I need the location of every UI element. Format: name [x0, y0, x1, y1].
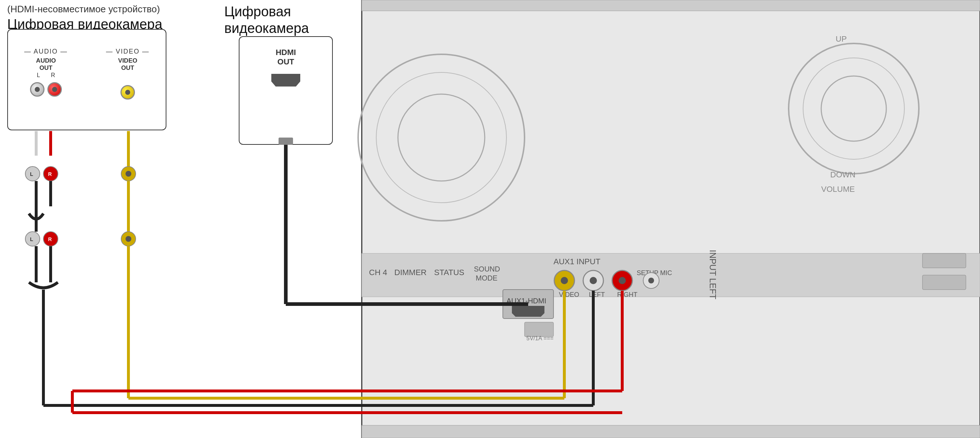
svg-point-29 — [643, 272, 659, 288]
video-bar-label: — VIDEO — — [97, 48, 158, 56]
audio-out-label: AUDIOOUT — [15, 57, 77, 72]
svg-rect-1 — [362, 0, 980, 11]
svg-point-26 — [619, 277, 626, 284]
audio-section: — AUDIO — AUDIOOUT L R — [15, 48, 77, 97]
rca-yellow-connector — [121, 85, 135, 100]
r-label: R — [51, 72, 55, 78]
svg-text:UP: UP — [836, 34, 847, 43]
l-label: L — [37, 72, 40, 78]
svg-point-5 — [398, 94, 485, 181]
svg-marker-33 — [512, 306, 544, 317]
svg-rect-34 — [525, 322, 554, 337]
svg-point-39 — [25, 167, 40, 181]
device2-box: HDMIOUT — [239, 36, 333, 145]
svg-text:INPUT LEFT: INPUT LEFT — [708, 250, 718, 299]
svg-rect-72 — [923, 253, 966, 268]
svg-text:AUX1 INPUT: AUX1 INPUT — [554, 257, 601, 266]
svg-point-4 — [376, 72, 506, 203]
hdmi-out-label: HDMIOUT — [276, 48, 296, 67]
audio-connectors — [15, 82, 77, 97]
svg-point-22 — [583, 271, 603, 291]
svg-text:SETUP MIC: SETUP MIC — [637, 269, 672, 277]
diagram: (HDMI-несовместимое устройство) Цифровая… — [0, 0, 980, 438]
device1-box: — AUDIO — AUDIOOUT L R — VIDEO — VIDEOOU… — [7, 29, 166, 130]
svg-text:L: L — [30, 236, 33, 242]
svg-point-23 — [590, 277, 597, 284]
svg-text:CH 4: CH 4 — [369, 268, 387, 277]
svg-text:L: L — [30, 171, 33, 177]
svg-text:LEFT: LEFT — [589, 291, 605, 298]
svg-rect-73 — [923, 275, 966, 290]
svg-point-59 — [121, 232, 136, 246]
video-connectors — [97, 85, 158, 100]
svg-point-19 — [554, 271, 574, 291]
svg-rect-31 — [503, 290, 554, 319]
svg-text:DOWN: DOWN — [830, 170, 856, 179]
svg-point-30 — [648, 278, 654, 284]
svg-point-48 — [43, 232, 58, 246]
audio-bar-label: — AUDIO — — [15, 48, 77, 56]
svg-text:R: R — [48, 171, 52, 177]
svg-text:RIGHT: RIGHT — [617, 291, 637, 298]
device1-subtitle: (HDMI-несовместимое устройство) — [7, 4, 160, 15]
device2-title: Цифроваявидеокамера — [224, 4, 309, 37]
hdmi-port-icon — [271, 74, 300, 86]
svg-rect-12 — [362, 253, 980, 297]
svg-point-56 — [121, 167, 136, 181]
svg-point-25 — [612, 271, 632, 291]
svg-text:SOUND: SOUND — [474, 265, 500, 273]
svg-text:VOLUME: VOLUME — [821, 185, 855, 194]
svg-text:R: R — [48, 236, 52, 242]
rca-red-inner — [52, 87, 57, 92]
svg-text:MODE: MODE — [476, 274, 497, 282]
svg-point-60 — [126, 236, 131, 242]
video-out-label: VIDEOOUT — [97, 57, 158, 72]
rca-white-connector — [30, 82, 45, 97]
svg-point-8 — [821, 76, 886, 141]
svg-point-41 — [43, 167, 58, 181]
svg-rect-0 — [362, 0, 980, 438]
svg-text:AUX1-HDMI: AUX1-HDMI — [506, 297, 546, 305]
rca-red-connector — [48, 82, 62, 97]
svg-text:VIDEO: VIDEO — [559, 291, 579, 298]
svg-point-20 — [561, 277, 568, 284]
svg-text:STATUS: STATUS — [434, 268, 465, 277]
svg-rect-2 — [362, 425, 980, 438]
svg-text:DIMMER: DIMMER — [394, 268, 426, 277]
svg-point-6 — [789, 43, 919, 174]
svg-point-57 — [126, 171, 131, 177]
svg-text:5V/1A ===: 5V/1A === — [527, 335, 554, 341]
lr-labels: L R — [15, 72, 77, 78]
rca-yellow-inner — [125, 90, 130, 95]
svg-point-3 — [358, 54, 525, 221]
video-section: — VIDEO — VIDEOOUT — [97, 48, 158, 100]
svg-point-46 — [25, 232, 40, 246]
rca-white-inner — [35, 87, 40, 92]
svg-point-7 — [803, 58, 904, 159]
